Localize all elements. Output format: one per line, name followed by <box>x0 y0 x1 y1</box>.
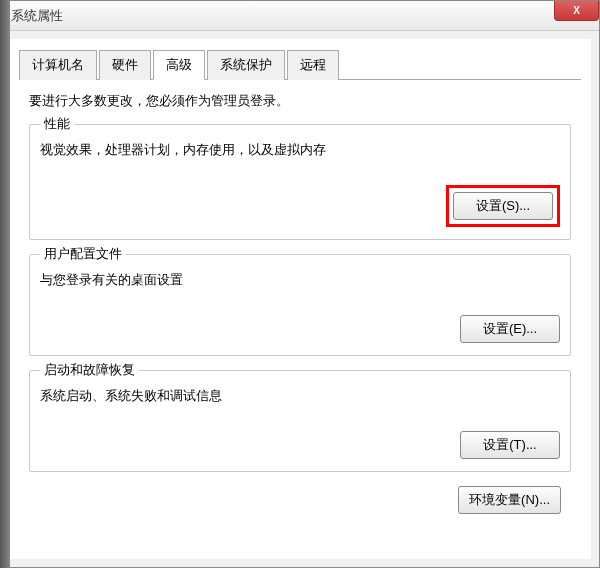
performance-button-row: 设置(S)... <box>40 185 560 227</box>
startup-recovery-button-row: 设置(T)... <box>40 431 560 459</box>
close-icon: X <box>573 5 580 16</box>
group-user-profiles-title: 用户配置文件 <box>40 245 126 263</box>
startup-recovery-settings-button[interactable]: 设置(T)... <box>460 431 560 459</box>
group-startup-recovery: 启动和故障恢复 系统启动、系统失败和调试信息 设置(T)... <box>29 370 571 472</box>
tab-body-advanced: 要进行大多数更改，您必须作为管理员登录。 性能 视觉效果，处理器计划，内存使用，… <box>19 80 581 524</box>
group-performance-desc: 视觉效果，处理器计划，内存使用，以及虚拟内存 <box>40 141 560 159</box>
close-button[interactable]: X <box>554 1 599 21</box>
left-decorative-edge <box>0 0 10 568</box>
user-profiles-settings-button[interactable]: 设置(E)... <box>460 315 560 343</box>
tabs-bar: 计算机名 硬件 高级 系统保护 远程 <box>19 49 581 80</box>
group-startup-recovery-desc: 系统启动、系统失败和调试信息 <box>40 387 560 405</box>
system-properties-window: 系统属性 X 计算机名 硬件 高级 系统保护 远程 要进行大多数更改，您必须作为… <box>0 0 600 568</box>
tab-remote[interactable]: 远程 <box>287 50 339 80</box>
performance-settings-button[interactable]: 设置(S)... <box>453 192 553 220</box>
tab-advanced[interactable]: 高级 <box>153 50 205 80</box>
tab-system-protection[interactable]: 系统保护 <box>207 50 285 80</box>
tab-computer-name[interactable]: 计算机名 <box>19 50 97 80</box>
group-performance: 性能 视觉效果，处理器计划，内存使用，以及虚拟内存 设置(S)... <box>29 124 571 240</box>
user-profiles-button-row: 设置(E)... <box>40 315 560 343</box>
window-title: 系统属性 <box>11 7 63 25</box>
content-area: 计算机名 硬件 高级 系统保护 远程 要进行大多数更改，您必须作为管理员登录。 … <box>9 39 591 559</box>
admin-intro-text: 要进行大多数更改，您必须作为管理员登录。 <box>29 92 571 110</box>
titlebar: 系统属性 X <box>1 1 599 31</box>
tab-hardware[interactable]: 硬件 <box>99 50 151 80</box>
group-startup-recovery-title: 启动和故障恢复 <box>40 361 139 379</box>
group-performance-title: 性能 <box>40 115 74 133</box>
environment-variables-button[interactable]: 环境变量(N)... <box>458 486 561 514</box>
red-highlight-box: 设置(S)... <box>446 185 560 227</box>
group-user-profiles-desc: 与您登录有关的桌面设置 <box>40 271 560 289</box>
group-user-profiles: 用户配置文件 与您登录有关的桌面设置 设置(E)... <box>29 254 571 356</box>
env-button-row: 环境变量(N)... <box>29 486 571 514</box>
